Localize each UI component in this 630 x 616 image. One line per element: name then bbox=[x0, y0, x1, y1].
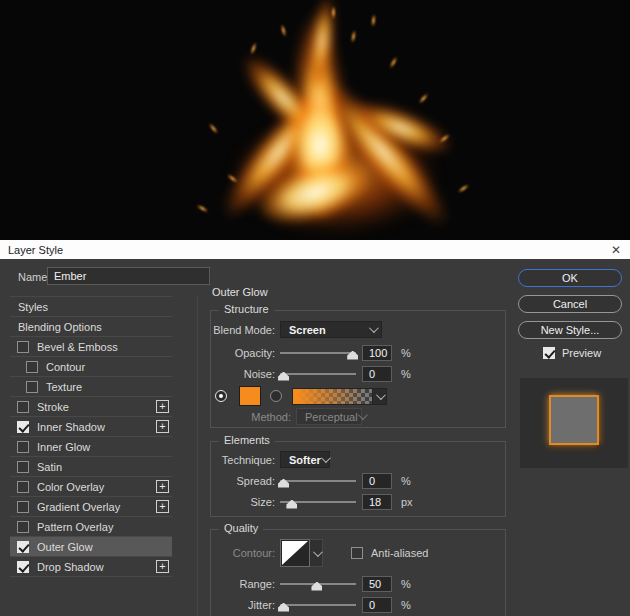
effect-checkbox[interactable] bbox=[17, 481, 29, 493]
slider-track bbox=[280, 480, 356, 482]
method-select: Perceptual bbox=[296, 408, 362, 425]
jitter-unit: % bbox=[401, 599, 411, 611]
anti-aliased-label: Anti-aliased bbox=[371, 547, 428, 559]
blend-mode-label: Blend Mode: bbox=[211, 324, 275, 336]
sidebar-item-outer-glow[interactable]: Outer Glow bbox=[10, 537, 172, 557]
contour-thumbnail[interactable] bbox=[280, 539, 310, 567]
sidebar-item-label: Outer Glow bbox=[37, 541, 93, 553]
sidebar-item-label: Blending Options bbox=[18, 321, 102, 333]
sidebar-item-blending-options[interactable]: Blending Options bbox=[10, 317, 172, 337]
sidebar-item-inner-shadow[interactable]: Inner Shadow+ bbox=[10, 417, 172, 437]
chevron-down-icon bbox=[312, 547, 322, 557]
opacity-label: Opacity: bbox=[211, 347, 275, 359]
size-slider[interactable] bbox=[280, 495, 356, 509]
sidebar-item-bevel-emboss[interactable]: Bevel & Emboss bbox=[10, 337, 172, 357]
new-style-button[interactable]: New Style... bbox=[518, 321, 622, 339]
fire-spark bbox=[418, 93, 429, 105]
elements-group: Elements Technique: Softer Spread: 0 % S… bbox=[210, 441, 506, 517]
chevron-down-icon bbox=[321, 453, 331, 463]
ok-button[interactable]: OK bbox=[518, 269, 622, 287]
sidebar-item-label: Color Overlay bbox=[37, 481, 104, 493]
noise-label: Noise: bbox=[211, 368, 275, 380]
spread-input[interactable]: 0 bbox=[362, 473, 392, 489]
name-label: Name: bbox=[18, 271, 50, 283]
sidebar-item-label: Inner Glow bbox=[37, 441, 90, 453]
fire-spark bbox=[280, 24, 286, 37]
sidebar-item-label: Gradient Overlay bbox=[37, 501, 120, 513]
preview-checkbox[interactable] bbox=[543, 347, 555, 359]
add-effect-instance-button[interactable]: + bbox=[156, 560, 169, 573]
add-effect-instance-button[interactable]: + bbox=[156, 480, 169, 493]
add-effect-instance-button[interactable]: + bbox=[156, 420, 169, 433]
gradient-swatch[interactable] bbox=[292, 388, 373, 405]
effect-checkbox[interactable] bbox=[17, 541, 29, 553]
range-input[interactable]: 50 bbox=[362, 576, 392, 592]
sidebar-item-gradient-overlay[interactable]: Gradient Overlay+ bbox=[10, 497, 172, 517]
anti-aliased-checkbox[interactable] bbox=[351, 547, 363, 559]
sidebar-divider bbox=[197, 296, 198, 616]
preview-label: Preview bbox=[562, 347, 601, 359]
sidebar-item-label: Bevel & Emboss bbox=[37, 341, 118, 353]
jitter-slider[interactable] bbox=[280, 598, 356, 612]
fire-spark bbox=[457, 184, 469, 194]
gradient-radio[interactable] bbox=[270, 390, 282, 402]
sidebar-item-color-overlay[interactable]: Color Overlay+ bbox=[10, 477, 172, 497]
effect-checkbox[interactable] bbox=[17, 401, 29, 413]
range-slider[interactable] bbox=[280, 577, 356, 591]
effect-checkbox[interactable] bbox=[17, 341, 29, 353]
styles-list: StylesBlending OptionsBevel & EmbossCont… bbox=[10, 296, 172, 577]
sidebar-item-styles[interactable]: Styles bbox=[10, 297, 172, 317]
sidebar-item-label: Satin bbox=[37, 461, 62, 473]
spread-slider[interactable] bbox=[280, 474, 356, 488]
effect-checkbox[interactable] bbox=[26, 381, 38, 393]
technique-label: Technique: bbox=[211, 454, 275, 466]
effect-checkbox[interactable] bbox=[17, 501, 29, 513]
gradient-picker-button[interactable] bbox=[373, 388, 387, 405]
range-unit: % bbox=[401, 578, 411, 590]
sidebar-item-pattern-overlay[interactable]: Pattern Overlay bbox=[10, 517, 172, 537]
sidebar-item-label: Pattern Overlay bbox=[37, 521, 113, 533]
spread-unit: % bbox=[401, 475, 411, 487]
fire-spark bbox=[351, 30, 356, 43]
noise-unit: % bbox=[401, 368, 411, 380]
sidebar-item-contour[interactable]: Contour bbox=[10, 357, 172, 377]
effect-checkbox[interactable] bbox=[17, 421, 29, 433]
noise-input[interactable]: 0 bbox=[362, 366, 392, 382]
quality-group: Quality Contour: Anti-aliased Range: 50 … bbox=[210, 529, 506, 616]
effect-checkbox[interactable] bbox=[26, 361, 38, 373]
effect-checkbox[interactable] bbox=[17, 441, 29, 453]
close-icon[interactable]: ✕ bbox=[611, 243, 630, 257]
sidebar-item-label: Inner Shadow bbox=[37, 421, 105, 433]
sidebar-item-drop-shadow[interactable]: Drop Shadow+ bbox=[10, 557, 172, 577]
effect-checkbox[interactable] bbox=[17, 461, 29, 473]
sidebar-item-stroke[interactable]: Stroke+ bbox=[10, 397, 172, 417]
noise-slider[interactable] bbox=[280, 367, 356, 381]
glow-color-swatch[interactable] bbox=[239, 386, 261, 406]
fire-spark bbox=[332, 6, 335, 19]
chevron-down-icon bbox=[369, 323, 379, 333]
opacity-unit: % bbox=[401, 347, 411, 359]
style-preview-panel bbox=[520, 378, 628, 468]
structure-group: Structure Blend Mode: Screen Opacity: 10… bbox=[210, 310, 506, 428]
effect-checkbox[interactable] bbox=[17, 561, 29, 573]
style-name-input[interactable]: Ember bbox=[47, 267, 210, 285]
size-input[interactable]: 18 bbox=[362, 494, 392, 510]
chevron-down-icon bbox=[376, 390, 386, 400]
contour-picker-button[interactable] bbox=[310, 539, 323, 567]
effect-checkbox[interactable] bbox=[17, 521, 29, 533]
opacity-input[interactable]: 100 bbox=[362, 345, 392, 361]
solid-color-radio[interactable] bbox=[215, 390, 227, 402]
range-label: Range: bbox=[211, 578, 275, 590]
sidebar-item-satin[interactable]: Satin bbox=[10, 457, 172, 477]
sidebar-item-inner-glow[interactable]: Inner Glow bbox=[10, 437, 172, 457]
slider-track bbox=[280, 373, 356, 375]
blend-mode-select[interactable]: Screen bbox=[280, 321, 382, 338]
add-effect-instance-button[interactable]: + bbox=[156, 500, 169, 513]
jitter-input[interactable]: 0 bbox=[362, 597, 392, 613]
add-effect-instance-button[interactable]: + bbox=[156, 400, 169, 413]
opacity-slider[interactable] bbox=[280, 346, 356, 360]
cancel-button[interactable]: Cancel bbox=[518, 295, 622, 313]
sidebar-item-texture[interactable]: Texture bbox=[10, 377, 172, 397]
technique-select[interactable]: Softer bbox=[280, 451, 330, 468]
slider-track bbox=[280, 352, 356, 354]
